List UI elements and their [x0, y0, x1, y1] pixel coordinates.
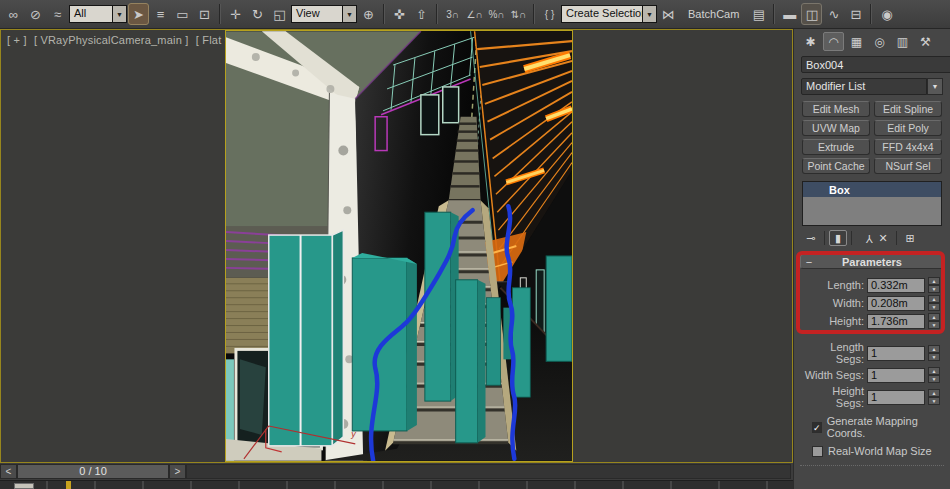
track-bar[interactable] — [0, 480, 793, 489]
select-and-link-icon[interactable]: ∞ — [3, 3, 24, 25]
batchcam-button[interactable]: BatchCam — [680, 8, 747, 20]
curve-editor-icon[interactable]: ◫ — [801, 3, 822, 25]
length-field[interactable]: 0.332m — [867, 278, 925, 293]
height-segs-spinner[interactable]: ▲▼ — [928, 389, 940, 405]
bind-to-spacewarp-icon[interactable]: ≈ — [47, 3, 68, 25]
select-and-move-icon[interactable]: ✛ — [225, 3, 246, 25]
next-frame-button[interactable]: > — [169, 464, 186, 479]
main-toolbar: ∞ ⊘ ≈ All ▼ ➤ ≡ ▭ ⊡ ✛ ↻ ◱ View ▼ ⊕ ✜ ⇧ 3… — [0, 0, 950, 29]
stack-toolbar: ⊸ ▮ Y ✕ ⊞ — [794, 226, 950, 248]
camera-frame[interactable]: y — [225, 30, 573, 462]
select-by-name-icon[interactable]: ≡ — [150, 3, 171, 25]
point-cache-button[interactable]: Point Cache — [802, 158, 870, 174]
time-slider-bar: < 0 / 10 > — [0, 463, 793, 480]
chevron-down-icon: ▼ — [342, 6, 356, 22]
reference-coordinate-dropdown[interactable]: View ▼ — [291, 5, 357, 23]
mini-curve-editor-button[interactable] — [14, 483, 34, 489]
generate-mapping-coords-label: Generate Mapping Coords. — [827, 415, 940, 439]
width-segs-spinner[interactable]: ▲▼ — [928, 367, 940, 383]
object-name-field[interactable] — [801, 56, 950, 73]
motion-tab-icon[interactable]: ◎ — [869, 32, 890, 51]
pin-stack-icon[interactable]: ⊸ — [802, 230, 820, 246]
length-spinner[interactable]: ▲▼ — [928, 277, 940, 293]
schematic-view-icon[interactable]: ⊟ — [845, 3, 866, 25]
height-spinner[interactable]: ▲▼ — [928, 313, 940, 329]
named-selection-sets-icon[interactable]: { } — [539, 3, 560, 25]
select-and-manipulate-icon[interactable]: ✜ — [389, 3, 410, 25]
stack-item-box[interactable]: Box — [803, 182, 941, 197]
chevron-down-icon[interactable]: ▼ — [927, 78, 943, 95]
select-and-rotate-icon[interactable]: ↻ — [247, 3, 268, 25]
height-segs-label: Height Segs: — [804, 385, 864, 409]
spinner-snap-icon[interactable]: ⇅∩ — [508, 3, 529, 25]
named-selection-dropdown[interactable]: Create Selection Se ▼ — [561, 5, 657, 23]
width-field[interactable]: 0.208m — [867, 296, 925, 311]
width-segs-field[interactable]: 1 — [867, 368, 925, 383]
selection-filter-value: All — [70, 6, 112, 22]
window-crossing-icon[interactable]: ⊡ — [194, 3, 215, 25]
select-object-icon[interactable]: ➤ — [128, 3, 149, 25]
unlink-selection-icon[interactable]: ⊘ — [25, 3, 46, 25]
viewport-canvas[interactable]: y — [226, 31, 572, 461]
make-unique-icon[interactable]: Y — [856, 230, 874, 246]
height-segs-field[interactable]: 1 — [867, 390, 925, 405]
select-and-scale-icon[interactable]: ◱ — [269, 3, 290, 25]
current-frame-marker[interactable] — [66, 481, 71, 489]
percent-snap-icon[interactable]: %∩ — [486, 3, 507, 25]
uvw-map-button[interactable]: UVW Map — [802, 120, 870, 136]
graphite-ribbon-icon[interactable]: ▬ — [779, 3, 800, 25]
box-object — [486, 298, 500, 385]
chevron-down-icon: ▼ — [642, 6, 656, 22]
length-label: Length: — [804, 279, 864, 291]
real-world-map-size-checkbox[interactable] — [812, 446, 823, 457]
angle-snap-icon[interactable]: ∠∩ — [464, 3, 485, 25]
selection-filter-dropdown[interactable]: All ▼ — [69, 5, 127, 23]
display-tab-icon[interactable]: ▥ — [892, 32, 913, 51]
length-segs-spinner[interactable]: ▲▼ — [928, 345, 940, 361]
render-setup-icon[interactable]: ◉ — [876, 3, 897, 25]
box-object — [512, 288, 530, 397]
utilities-tab-icon[interactable]: ⚒ — [915, 32, 936, 51]
length-segs-field[interactable]: 1 — [867, 346, 925, 361]
hierarchy-tab-icon[interactable]: ▦ — [846, 32, 867, 51]
previous-frame-button[interactable]: < — [0, 464, 17, 479]
parameters-rollout-header[interactable]: − Parameters — [800, 254, 944, 269]
width-spinner[interactable]: ▲▼ — [928, 295, 940, 311]
ffd-button[interactable]: FFD 4x4x4 — [874, 139, 942, 155]
toolbar-separator — [870, 4, 872, 24]
viewport-menu-plus[interactable]: [ + ] — [7, 34, 27, 46]
stack-separator — [824, 231, 825, 245]
mirror-icon[interactable]: ⋈ — [658, 3, 679, 25]
nsurf-sel-button[interactable]: NSurf Sel — [874, 158, 942, 174]
time-slider-handle[interactable]: 0 / 10 — [17, 464, 169, 479]
time-slider-groove[interactable] — [186, 464, 791, 479]
track-view-icon[interactable]: ∿ — [823, 3, 844, 25]
camera-viewport[interactable]: [ + ] [ VRayPhysicalCamera_main ] [ Flat… — [0, 29, 793, 463]
remove-modifier-icon[interactable]: ✕ — [874, 230, 892, 246]
chevron-down-icon: ▼ — [112, 6, 126, 22]
modify-tab-icon[interactable]: ◠ — [823, 32, 844, 51]
generate-mapping-coords-checkbox[interactable]: ✓ — [812, 422, 822, 433]
collapse-icon[interactable]: − — [801, 256, 817, 268]
rollout-title: Parameters — [817, 256, 927, 268]
configure-modifier-sets-icon[interactable]: ⊞ — [901, 230, 919, 246]
toolbar-separator — [533, 4, 535, 24]
edit-poly-button[interactable]: Edit Poly — [874, 120, 942, 136]
named-selection-value: Create Selection Se — [562, 6, 642, 22]
modifier-list-dropdown[interactable]: Modifier List — [801, 78, 927, 95]
toolbar-separator — [773, 4, 775, 24]
height-field[interactable]: 1.736m — [867, 314, 925, 329]
show-end-result-icon[interactable]: ▮ — [829, 230, 847, 246]
use-pivot-center-icon[interactable]: ⊕ — [358, 3, 379, 25]
stack-separator — [896, 231, 897, 245]
layer-manager-icon[interactable]: ▤ — [748, 3, 769, 25]
viewport-camera-label[interactable]: [ VRayPhysicalCamera_main ] — [34, 34, 189, 46]
selection-region-icon[interactable]: ▭ — [172, 3, 193, 25]
extrude-button[interactable]: Extrude — [802, 139, 870, 155]
create-tab-icon[interactable]: ✱ — [800, 32, 821, 51]
edit-mesh-button[interactable]: Edit Mesh — [802, 101, 870, 117]
stack-separator — [851, 231, 852, 245]
keyboard-override-icon[interactable]: ⇧ — [411, 3, 432, 25]
snaps-toggle-icon[interactable]: 3∩ — [442, 3, 463, 25]
edit-spline-button[interactable]: Edit Spline — [874, 101, 942, 117]
